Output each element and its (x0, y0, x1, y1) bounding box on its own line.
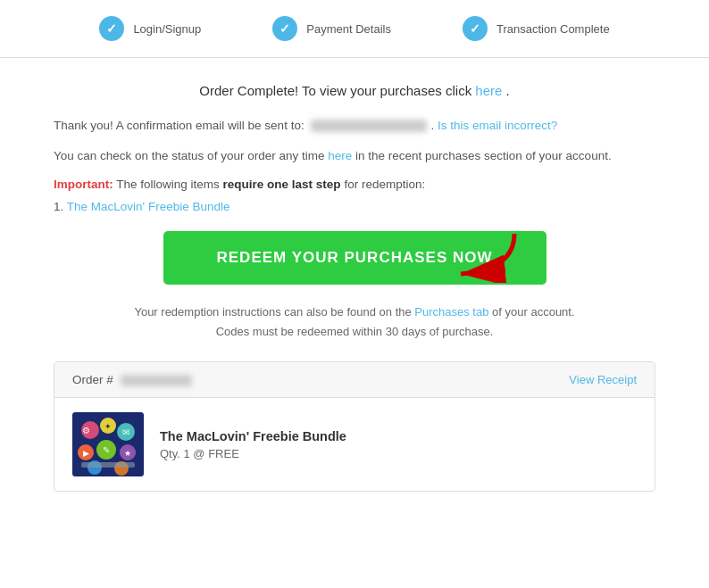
item-details: The MacLovin' Freebie Bundle Qty. 1 @ FR… (160, 429, 637, 460)
status-text: You can check on the status of your orde… (54, 146, 655, 166)
important-text: Important: The following items require o… (54, 178, 655, 191)
order-box: Order # View Receipt (54, 361, 655, 492)
step-transaction-icon: ✓ (463, 16, 488, 41)
important-suffix: for redemption: (344, 178, 425, 191)
item-thumbnail: ⚙ ✦ ✉ ▶ ✎ ★ (72, 412, 144, 476)
step-payment-icon: ✓ (272, 16, 297, 41)
progress-bar: ✓ Login/Signup ✓ Payment Details ✓ Trans… (0, 0, 709, 58)
step-transaction: ✓ Transaction Complete (463, 16, 610, 41)
view-purchases-link[interactable]: here (475, 83, 502, 98)
order-header: Order # View Receipt (54, 362, 655, 398)
confirmation-email-text: Thank you! A confirmation email will be … (54, 116, 655, 136)
step-login-icon: ✓ (99, 16, 124, 41)
item-list: 1. The MacLovin' Freebie Bundle (54, 200, 655, 213)
order-complete-text: Order Complete! To view your purchases c… (199, 83, 475, 98)
redemption-note-suffix: of your account. (492, 305, 575, 319)
redemption-note: Your redemption instructions can also be… (54, 302, 655, 342)
important-bold: require one last step (223, 178, 341, 191)
order-item-name: The MacLovin' Freebie Bundle (160, 429, 637, 443)
svg-text:✎: ✎ (103, 445, 110, 455)
list-item: 1. The MacLovin' Freebie Bundle (54, 200, 655, 213)
redemption-note-prefix: Your redemption instructions can also be… (134, 305, 414, 319)
thumbnail-image: ⚙ ✦ ✉ ▶ ✎ ★ (72, 412, 144, 476)
recent-purchases-link[interactable]: here (328, 149, 352, 162)
svg-text:▶: ▶ (83, 449, 89, 458)
svg-text:⚙: ⚙ (82, 426, 90, 435)
step-login-label: Login/Signup (133, 22, 201, 36)
order-complete-line: Order Complete! To view your purchases c… (54, 83, 655, 98)
blurred-order-number (121, 375, 192, 386)
main-content: Order Complete! To view your purchases c… (0, 58, 709, 526)
step-payment: ✓ Payment Details (272, 16, 391, 41)
red-arrow-icon (443, 229, 523, 283)
order-item: ⚙ ✦ ✉ ▶ ✎ ★ The MacLovin' Freebie Bundle… (54, 398, 655, 491)
redeem-section: REDEEM YOUR PURCHASES NOW (54, 238, 655, 285)
status-suffix: in the recent purchases section of your … (355, 149, 612, 162)
step-login: ✓ Login/Signup (99, 16, 201, 41)
view-receipt-link[interactable]: View Receipt (569, 373, 637, 386)
svg-text:✉: ✉ (122, 427, 129, 437)
item-name-text: The MacLovin' Freebie Bundle (67, 200, 230, 213)
important-label: Important: (54, 178, 113, 191)
step-transaction-label: Transaction Complete (496, 22, 610, 36)
order-label: Order # (72, 373, 113, 386)
status-prefix: You can check on the status of your orde… (54, 149, 328, 162)
important-body: The following items (116, 178, 222, 191)
svg-text:★: ★ (124, 449, 131, 458)
step-payment-label: Payment Details (306, 22, 391, 36)
svg-text:✦: ✦ (104, 422, 112, 431)
order-number: Order # (72, 373, 192, 386)
order-item-qty: Qty. 1 @ FREE (160, 447, 637, 460)
blurred-email (311, 120, 427, 132)
item-number: 1. (54, 200, 63, 213)
redemption-note-line2: Codes must be redeemed within 30 days of… (216, 325, 494, 338)
is-email-incorrect-link[interactable]: Is this email incorrect? (438, 119, 557, 132)
order-complete-period: . (506, 83, 510, 98)
svg-rect-10 (81, 462, 135, 468)
confirmation-prefix: Thank you! A confirmation email will be … (54, 119, 304, 132)
purchases-tab-link[interactable]: Purchases tab (414, 305, 488, 319)
